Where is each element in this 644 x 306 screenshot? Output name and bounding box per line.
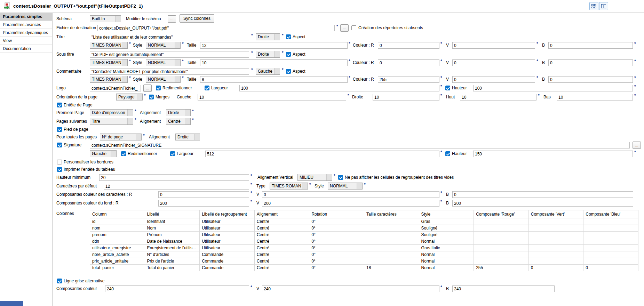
commentaire-color-b-input[interactable] — [548, 76, 633, 83]
marges-label[interactable]: Marges — [156, 94, 169, 100]
titre-font-dropdown[interactable]: TIMES ROMAN — [90, 42, 128, 49]
schema-dropdown[interactable]: Built-In — [90, 15, 121, 22]
table-row[interactable]: utilisateur_enregistreEnregistrement de … — [90, 245, 638, 251]
titre-size-input[interactable] — [200, 42, 348, 49]
table-row[interactable]: nomNomUtilisateurCentré0°Souligné — [90, 225, 638, 232]
signature-width-checkbox[interactable] — [170, 151, 175, 156]
table-cell[interactable]: Centré — [254, 251, 309, 258]
titre-color-r-input[interactable] — [378, 42, 439, 49]
table-cell[interactable] — [474, 218, 529, 225]
destination-browse-button[interactable]: ... — [340, 24, 349, 32]
table-cell[interactable]: Centré — [254, 258, 309, 265]
table-cell[interactable] — [364, 218, 419, 225]
table-cell[interactable] — [474, 232, 529, 238]
table-cell[interactable]: 0° — [309, 225, 364, 232]
logo-width-label[interactable]: Largueur — [211, 84, 228, 91]
titre-color-v-input[interactable] — [452, 42, 535, 49]
table-cell[interactable] — [583, 258, 638, 265]
sidebar-item-parametres-dynamiques[interactable]: Paramètres dynamiques — [0, 29, 52, 37]
table-cell[interactable] — [583, 245, 638, 251]
signature-label[interactable]: Signature — [64, 142, 81, 148]
table-cell[interactable]: 0 — [528, 265, 583, 271]
table-cell[interactable] — [474, 258, 529, 265]
table-cell[interactable]: Identifiant — [145, 218, 200, 225]
personnaliser-bordures-label[interactable]: Personnaliser les bordures — [64, 159, 113, 166]
table-cell[interactable] — [474, 238, 529, 245]
ligne-grise-label[interactable]: Ligne grise alternative — [64, 277, 104, 284]
composantes-couleur-r-input[interactable] — [105, 285, 249, 292]
pages-suivantes-dropdown[interactable]: Titre — [90, 118, 133, 125]
personnaliser-bordures-checkbox[interactable] — [57, 160, 62, 164]
table-cell[interactable] — [528, 245, 583, 251]
table-cell[interactable]: 0 — [583, 265, 638, 271]
table-cell[interactable]: prix_article_unitaire — [90, 258, 145, 265]
signature-width-input[interactable] — [205, 151, 439, 157]
sidebar-item-documentation[interactable]: Documentation — [0, 45, 52, 53]
table-cell[interactable]: Prix de l'article — [145, 258, 200, 265]
table-cell[interactable]: 0° — [309, 245, 364, 251]
defaut-style-dropdown[interactable]: NORMAL — [328, 183, 363, 190]
table-cell[interactable]: total_panier — [90, 265, 145, 271]
composantes-couleur-b-input[interactable] — [452, 285, 555, 292]
signature-resize-checkbox[interactable] — [121, 151, 126, 156]
marge-gauche-input[interactable] — [198, 94, 346, 100]
table-cell[interactable] — [364, 238, 419, 245]
ligne-grise-checkbox[interactable] — [57, 279, 62, 283]
table-cell[interactable] — [583, 225, 638, 232]
signature-height-checkbox[interactable] — [445, 151, 450, 156]
table-cell[interactable] — [364, 225, 419, 232]
commentaire-font-dropdown[interactable]: TIMES ROMAN — [90, 76, 128, 83]
table-cell[interactable]: Utilisateur — [200, 232, 255, 238]
table-cell[interactable]: Gras — [419, 218, 474, 225]
table-cell[interactable]: Normal — [419, 258, 474, 265]
logo-width-input[interactable] — [239, 85, 439, 91]
pied-de-page-checkbox[interactable] — [57, 127, 62, 132]
table-cell[interactable]: Enregistrement de l'utilis... — [145, 245, 200, 251]
table-cell[interactable]: Utilisateur — [200, 218, 255, 225]
titre-align-dropdown[interactable]: Droite — [256, 33, 280, 40]
logo-browse-button[interactable]: ... — [143, 84, 152, 92]
sidebar-item-parametres-simples[interactable]: Paramètres simples — [0, 13, 52, 21]
table-cell[interactable]: Centré — [254, 265, 309, 271]
titre-aspect-label[interactable]: Aspect — [293, 33, 305, 40]
logo-height-input[interactable] — [473, 85, 633, 91]
commentaire-aspect-checkbox[interactable] — [286, 69, 291, 74]
table-cell[interactable] — [528, 225, 583, 232]
table-cell[interactable]: id — [90, 218, 145, 225]
imprimer-entete-label[interactable]: Imprimer l'entête du tableau — [64, 166, 115, 173]
table-cell[interactable] — [528, 238, 583, 245]
signature-height-label[interactable]: Hauteur — [452, 150, 467, 157]
logo-resize-label[interactable]: Redimentionner — [162, 84, 192, 91]
table-cell[interactable]: Centré — [254, 225, 309, 232]
sous-titre-aspect-label[interactable]: Aspect — [293, 51, 305, 58]
table-row[interactable]: ddnDate de NaissanceUtilisateurCentré0°N… — [90, 238, 638, 245]
table-cell[interactable]: Gras Italic — [419, 245, 474, 251]
sync-columns-button[interactable]: Sync colonnes — [180, 14, 214, 23]
marges-checkbox[interactable] — [149, 95, 154, 99]
logo-path-input[interactable] — [90, 85, 141, 91]
sous-titre-size-input[interactable] — [200, 59, 348, 66]
table-row[interactable]: prenomPrénomUtilisateurCentré0°Souligné — [90, 232, 638, 238]
marge-haut-input[interactable] — [460, 94, 536, 100]
commentaire-color-v-input[interactable] — [452, 76, 535, 83]
table-cell[interactable]: Centré — [254, 238, 309, 245]
table-cell[interactable] — [364, 245, 419, 251]
sidebar-item-view[interactable]: View — [0, 37, 52, 45]
create-dirs-label[interactable]: Création des répertoires si absents — [358, 24, 423, 31]
table-cell[interactable]: Centré — [254, 245, 309, 251]
sous-titre-input[interactable] — [90, 51, 249, 58]
table-cell[interactable] — [583, 218, 638, 225]
table-cell[interactable] — [528, 232, 583, 238]
sous-titre-aspect-checkbox[interactable] — [286, 52, 291, 57]
titre-aspect-checkbox[interactable] — [286, 34, 291, 39]
marge-bas-input[interactable] — [557, 94, 633, 100]
logo-width-checkbox[interactable] — [205, 86, 209, 90]
couleur-caracteres-b-input[interactable] — [452, 191, 633, 198]
table-cell[interactable]: Date de Naissance — [145, 238, 200, 245]
table-cell[interactable] — [364, 258, 419, 265]
signature-checkbox[interactable] — [57, 143, 62, 147]
create-dirs-checkbox[interactable] — [351, 25, 356, 30]
sous-titre-align-dropdown[interactable]: Droite — [256, 51, 280, 58]
table-cell[interactable]: Prénom — [145, 232, 200, 238]
table-cell[interactable]: Utilisateur — [200, 238, 255, 245]
